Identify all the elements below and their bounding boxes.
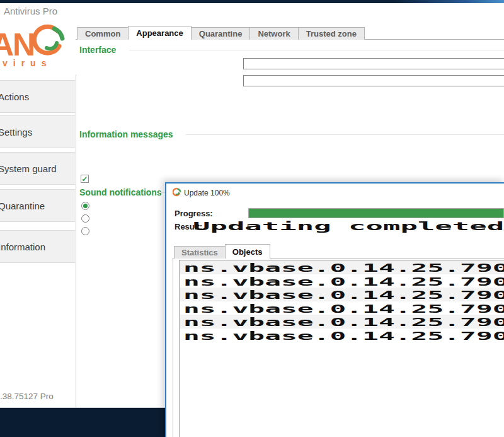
interface-section-line — [129, 50, 504, 50]
sidebar-item-label: Settings — [0, 127, 32, 137]
progress-bar-fill — [249, 209, 503, 218]
tab-appearance[interactable]: Appearance — [128, 26, 191, 40]
list-item[interactable]: ns.vbase.0.14.25.790 — [180, 329, 504, 342]
nano-logo: AN virus — [0, 23, 79, 68]
tab-trusted-zone[interactable]: Trusted zone — [298, 27, 365, 40]
progress-label: Progress: — [175, 209, 213, 218]
tab-objects[interactable]: Objects — [225, 244, 270, 259]
background-window-edge — [0, 0, 504, 3]
sound-radio-3[interactable] — [81, 227, 89, 235]
logo-ring-icon — [33, 24, 67, 58]
sound-radio-2[interactable] — [81, 214, 89, 223]
interface-field-1[interactable] — [243, 58, 504, 69]
sidebar-item-actions[interactable]: Actions — [0, 80, 75, 113]
sidebar-item-label: System guard — [0, 163, 57, 174]
update-spinner-icon — [173, 188, 181, 197]
sound-radio-1[interactable] — [81, 202, 89, 210]
sidebar-item-system-guard[interactable]: System guard — [0, 152, 75, 185]
tab-statistics[interactable]: Statistics — [174, 246, 226, 259]
list-item[interactable]: ns.vbase.0.14.25.790 — [180, 301, 504, 315]
sound-section-header: Sound notifications — [79, 187, 162, 197]
sidebar-item-label: Information — [0, 242, 45, 252]
list-item[interactable]: ns.vbase.0.14.25.790 — [180, 274, 504, 288]
info-messages-checkbox[interactable]: ✓ — [81, 175, 89, 183]
version-label: .38.75127 Pro — [0, 392, 54, 401]
list-item[interactable]: ns.vbase.0.14.25.790 — [180, 288, 504, 301]
dialog-tabstrip: Statistics Objects — [174, 244, 270, 259]
tab-quarantine[interactable]: Quarantine — [191, 27, 251, 40]
window-title: Antivirus Pro — [4, 6, 57, 16]
radio-dot — [83, 204, 88, 208]
sidebar-item-information[interactable]: Information — [0, 230, 75, 263]
sidebar-item-quarantine[interactable]: Quarantine — [0, 189, 75, 222]
info-messages-section-header: Information messages — [79, 129, 173, 139]
interface-section-header: Interface — [79, 45, 116, 55]
check-icon: ✓ — [81, 176, 88, 182]
list-item[interactable]: ns.vbase.0.14.25.790 — [180, 315, 504, 329]
sidebar-item-label: Quarantine — [0, 201, 45, 211]
result-value: Updating completed — [193, 219, 504, 233]
sidebar-item-settings[interactable]: Settings — [0, 115, 75, 148]
objects-list[interactable]: ns.vbase.0.14.25.790 ns.vbase.0.14.25.79… — [179, 260, 504, 437]
update-dialog: Update 100% Progress: Result: Updating c… — [165, 182, 504, 437]
tab-network[interactable]: Network — [249, 27, 298, 40]
progress-bar — [248, 208, 504, 218]
logo-subtext: virus — [3, 58, 52, 68]
list-item[interactable]: ns.vbase.0.14.25.790 — [180, 260, 504, 274]
info-messages-section-line — [186, 134, 504, 135]
tab-common[interactable]: Common — [77, 27, 129, 40]
main-tabstrip: Common Appearance Quarantine Network Tru… — [77, 26, 364, 40]
sidebar-item-label: Actions — [0, 91, 29, 102]
interface-field-2[interactable] — [243, 75, 504, 86]
sound-section-line — [159, 192, 165, 193]
sidebar-divider — [76, 74, 76, 408]
dialog-title: Update 100% — [184, 189, 230, 197]
